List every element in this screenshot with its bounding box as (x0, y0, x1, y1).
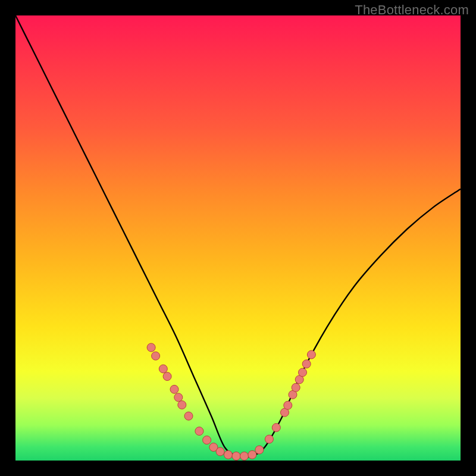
data-marker (255, 446, 264, 454)
data-marker (163, 372, 171, 381)
data-marker (174, 393, 183, 402)
watermark-text: TheBottleneck.com (355, 2, 469, 18)
data-marker (284, 401, 292, 409)
data-marker (178, 401, 186, 409)
data-marker (184, 412, 193, 420)
data-marker (195, 427, 203, 436)
data-marker (232, 452, 240, 461)
data-marker (248, 450, 256, 459)
data-marker (170, 385, 178, 393)
data-marker (224, 450, 233, 459)
data-marker (240, 452, 249, 461)
data-marker (299, 368, 307, 377)
data-marker (147, 343, 155, 352)
data-marker (216, 447, 224, 456)
chart-frame (15, 15, 461, 461)
data-marker (159, 365, 167, 373)
data-marker (302, 360, 311, 368)
data-marker (203, 436, 211, 444)
data-marker (272, 424, 280, 432)
data-marker (265, 435, 273, 443)
data-marker (307, 350, 315, 359)
data-marker (152, 352, 160, 360)
data-marker (292, 383, 300, 392)
marker-layer (147, 343, 315, 461)
chart-svg (15, 15, 461, 461)
bottleneck-curve (15, 15, 461, 457)
